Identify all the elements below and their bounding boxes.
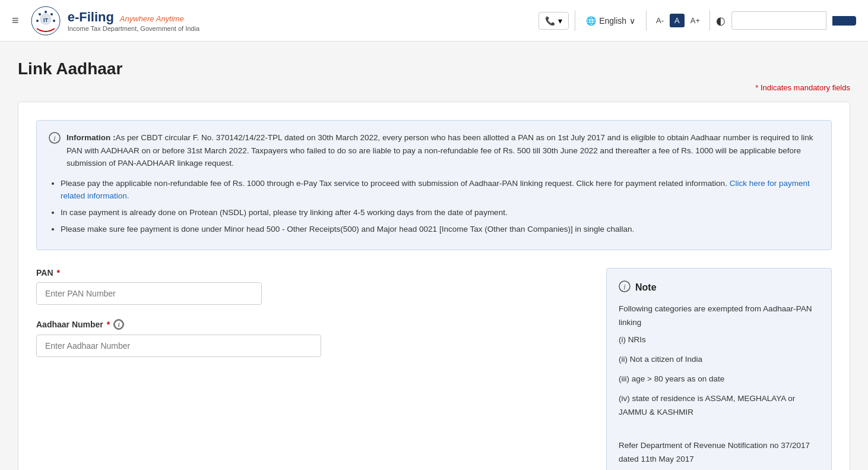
svg-text:i: i bbox=[118, 322, 120, 329]
main-card: i Information :As per CBDT circular F. N… bbox=[18, 102, 850, 470]
note-item-2: (ii) Not a citizen of India bbox=[619, 353, 819, 367]
aadhaar-label-text: Aadhaar Number bbox=[36, 320, 103, 329]
note-title: Note bbox=[635, 282, 657, 293]
phone-button[interactable]: 📞 ▾ bbox=[538, 12, 569, 30]
info-bullet-3: Please make sure fee payment is done und… bbox=[61, 223, 819, 236]
language-label: English bbox=[599, 16, 626, 26]
info-bullet-2: In case payment is already done on Prote… bbox=[61, 206, 819, 219]
header-right: 📞 ▾ 🌐 English ∨ A- A A+ ◐ bbox=[538, 10, 856, 31]
font-increase-button[interactable]: A+ bbox=[687, 14, 704, 27]
divider-3 bbox=[709, 10, 710, 31]
svg-point-5 bbox=[53, 20, 55, 22]
header-left: ≡ IT e-Filing Anywhere Anytime Income Ta… bbox=[12, 6, 199, 36]
pan-label-text: PAN bbox=[36, 268, 53, 277]
contrast-button[interactable]: ◐ bbox=[716, 14, 726, 27]
header: ≡ IT e-Filing Anywhere Anytime Income Ta… bbox=[0, 0, 868, 42]
aadhaar-field-group: Aadhaar Number * i bbox=[36, 319, 588, 357]
pan-input[interactable] bbox=[36, 282, 262, 305]
globe-icon: 🌐 bbox=[586, 16, 596, 26]
note-item-1: (i) NRIs bbox=[619, 333, 819, 347]
info-bold-label: Information : bbox=[66, 133, 116, 142]
svg-point-7 bbox=[36, 20, 39, 22]
info-bullet-1-text: Please pay the applicable non-refundable… bbox=[61, 179, 730, 188]
menu-icon[interactable]: ≡ bbox=[12, 14, 19, 27]
search-input[interactable] bbox=[731, 11, 826, 30]
info-main-text: Information :As per CBDT circular F. No.… bbox=[66, 131, 819, 170]
page-content: Link Aadhaar * Indicates mandatory field… bbox=[0, 42, 868, 470]
note-reference: Refer Department of Revenue Notification… bbox=[619, 439, 819, 466]
font-normal-button[interactable]: A bbox=[670, 14, 685, 27]
form-note-layout: PAN * Aadhaar Number * i bbox=[36, 268, 832, 470]
font-decrease-button[interactable]: A- bbox=[652, 14, 667, 27]
language-dropdown-icon: ∨ bbox=[629, 16, 635, 26]
logo-anywhere: Anywhere Anytime bbox=[120, 14, 184, 23]
aadhaar-input[interactable] bbox=[36, 335, 321, 357]
logo-subtitle: Income Tax Department, Government of Ind… bbox=[68, 25, 199, 32]
pan-required-star: * bbox=[57, 268, 60, 277]
note-box: i Note Following categories are exempted… bbox=[606, 268, 832, 470]
aadhaar-required-star: * bbox=[107, 320, 110, 329]
logo-efiling: e-Filing bbox=[68, 10, 114, 24]
info-bullet-1: Please pay the applicable non-refundable… bbox=[61, 177, 819, 203]
font-controls: A- A A+ bbox=[652, 14, 704, 27]
phone-icon: 📞 bbox=[545, 16, 555, 26]
note-item-3: (iii) age > 80 years as on date bbox=[619, 373, 819, 386]
note-body: Following categories are exempted from A… bbox=[619, 302, 819, 466]
note-item-4: (iv) state of residence is ASSAM, MEGHAL… bbox=[619, 392, 819, 419]
logo-emblem: IT bbox=[31, 6, 61, 36]
info-header: i Information :As per CBDT circular F. N… bbox=[49, 131, 819, 170]
note-exemption-intro: Following categories are exempted from A… bbox=[619, 302, 819, 330]
aadhaar-label: Aadhaar Number * i bbox=[36, 319, 588, 330]
note-section: i Note Following categories are exempted… bbox=[606, 268, 832, 470]
mandatory-text: Indicates mandatory fields bbox=[761, 83, 850, 92]
svg-point-6 bbox=[39, 13, 41, 15]
logo-title: e-Filing Anywhere Anytime bbox=[68, 10, 199, 25]
divider-1 bbox=[575, 10, 575, 31]
svg-point-4 bbox=[50, 13, 53, 15]
note-header: i Note bbox=[619, 280, 819, 294]
mandatory-star: * bbox=[755, 83, 761, 92]
info-icon: i bbox=[49, 132, 61, 147]
pan-label: PAN * bbox=[36, 268, 588, 277]
info-main-body: As per CBDT circular F. No. 370142/14/22… bbox=[66, 133, 813, 168]
note-icon: i bbox=[619, 280, 631, 294]
form-section: PAN * Aadhaar Number * i bbox=[36, 268, 588, 470]
svg-text:IT: IT bbox=[43, 17, 49, 23]
pan-field-group: PAN * bbox=[36, 268, 588, 305]
svg-point-3 bbox=[45, 11, 47, 13]
language-selector[interactable]: 🌐 English ∨ bbox=[581, 12, 640, 29]
svg-text:i: i bbox=[623, 283, 625, 291]
svg-text:i: i bbox=[53, 134, 55, 143]
divider-2 bbox=[646, 10, 647, 31]
page-title: Link Aadhaar bbox=[18, 59, 850, 78]
info-list: Please pay the applicable non-refundable… bbox=[49, 177, 819, 235]
search-button[interactable] bbox=[832, 16, 856, 26]
mandatory-note: * Indicates mandatory fields bbox=[18, 83, 850, 92]
phone-dropdown-icon: ▾ bbox=[558, 16, 562, 26]
info-box: i Information :As per CBDT circular F. N… bbox=[36, 120, 832, 250]
aadhaar-info-icon[interactable]: i bbox=[113, 319, 124, 330]
logo-text: e-Filing Anywhere Anytime Income Tax Dep… bbox=[68, 10, 199, 32]
